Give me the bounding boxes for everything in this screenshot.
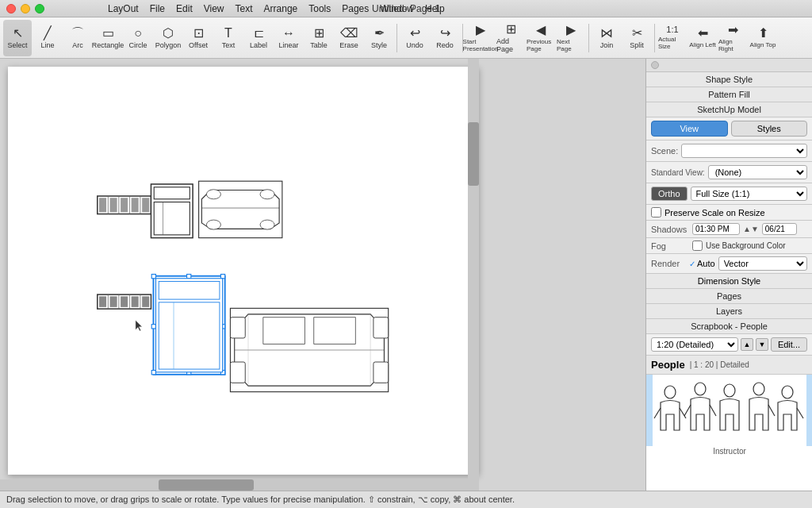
tool-polygon[interactable]: ⬡ Polygon (154, 20, 182, 56)
ortho-button[interactable]: Ortho (651, 187, 688, 201)
menu-pages[interactable]: Pages (342, 3, 369, 14)
actual-size-icon: 1:1 (666, 25, 678, 34)
tool-line[interactable]: ╱ Line (33, 20, 62, 56)
add-page-icon: ⊞ (506, 23, 516, 36)
statusbar: Drag selection to move, or drag grips to… (0, 491, 812, 508)
tool-erase[interactable]: ⌫ Erase (335, 20, 363, 56)
styles-btn[interactable]: Styles (731, 121, 808, 137)
tool-presentation-label: Start Presentation (463, 38, 499, 52)
shadows-time-input[interactable] (692, 223, 740, 235)
sketchup-model-row[interactable]: SketchUp Model (646, 102, 812, 117)
svg-rect-12 (154, 202, 190, 235)
render-row: Render ✓ Auto Vector (646, 254, 812, 274)
menu-edit[interactable]: Edit (176, 3, 193, 14)
shadows-date-input[interactable] (762, 223, 797, 235)
tool-prev-page[interactable]: ◀ Previous Page (527, 20, 555, 56)
canvas-area[interactable] (0, 59, 645, 491)
tool-label[interactable]: ⊏ Label (244, 20, 273, 56)
svg-line-59 (710, 405, 716, 416)
car-top-1 (199, 181, 282, 237)
menu-arrange[interactable]: Arrange (264, 3, 298, 14)
preserve-scale-checkbox[interactable] (651, 207, 661, 217)
fog-checkbox[interactable] (692, 241, 703, 251)
scrapbook-row[interactable]: Scrapbook - People (646, 319, 812, 334)
tool-split[interactable]: ✂ Split (622, 20, 651, 56)
svg-point-17 (206, 220, 220, 229)
line-icon: ╱ (44, 27, 52, 40)
tool-align-left[interactable]: ⬅ Align Left (688, 20, 717, 56)
svg-rect-49 (373, 318, 389, 338)
tool-align-right[interactable]: ➡ Align Right (718, 20, 747, 56)
tool-style[interactable]: ✒ Style (365, 20, 393, 56)
tool-start-presentation[interactable]: ▶ Start Presentation (466, 20, 495, 56)
car-top-2 (230, 308, 388, 391)
shape-style-row[interactable]: Shape Style (646, 72, 812, 87)
scale-down-arrow[interactable]: ▼ (756, 338, 768, 351)
render-auto-option[interactable]: ✓ Auto (689, 259, 715, 268)
tool-split-label: Split (630, 41, 644, 49)
right-panel: Shape Style Pattern Fill SketchUp Model … (645, 59, 812, 491)
selected-bed (151, 275, 224, 375)
svg-rect-43 (159, 282, 220, 300)
close-button[interactable] (6, 4, 16, 13)
tool-redo[interactable]: ↪ Redo (431, 20, 459, 56)
tool-circle-label: Circle (128, 41, 147, 49)
menu-file[interactable]: File (150, 3, 165, 14)
tool-select[interactable]: ↖ Select (3, 20, 32, 56)
scene-select[interactable] (681, 144, 807, 158)
tool-style-label: Style (371, 41, 387, 49)
tool-text[interactable]: T Text (214, 20, 243, 56)
svg-rect-65 (646, 375, 653, 446)
tool-offset[interactable]: ⊡ Offset (184, 20, 213, 56)
tool-join[interactable]: ⋈ Join (592, 20, 621, 56)
scale-up-arrow[interactable]: ▲ (741, 338, 753, 351)
canvas-svg (8, 67, 479, 475)
standard-view-select[interactable]: (None) (708, 165, 807, 179)
erase-icon: ⌫ (340, 27, 358, 40)
svg-rect-26 (110, 296, 117, 307)
tool-rect-label: Rectangle (92, 41, 124, 49)
dimension-style-row[interactable]: Dimension Style (646, 274, 812, 289)
svg-rect-29 (142, 296, 149, 307)
menu-layout[interactable]: LayOut (108, 3, 139, 14)
tool-table[interactable]: ⊞ Table (304, 20, 333, 56)
tool-align-top[interactable]: ⬆ Align Top (749, 20, 777, 56)
join-icon: ⋈ (600, 27, 613, 40)
horizontal-scrollbar[interactable] (0, 479, 479, 491)
edit-button[interactable]: Edit... (771, 337, 807, 352)
align-top-icon: ⬆ (758, 27, 768, 40)
full-size-select[interactable]: Full Size (1:1) (691, 187, 807, 201)
toolbar-separator-1 (396, 24, 397, 52)
tool-arc[interactable]: ⌒ Arc (63, 20, 92, 56)
tool-circle[interactable]: ○ Circle (124, 20, 152, 56)
render-select[interactable]: Vector (718, 256, 807, 271)
ortho-row: Ortho Full Size (1:1) (646, 183, 812, 205)
menu-tools[interactable]: Tools (308, 3, 331, 14)
view-btn[interactable]: View (651, 121, 728, 137)
layers-row[interactable]: Layers (646, 304, 812, 319)
vertical-scrollbar[interactable] (468, 59, 479, 479)
menu-view[interactable]: View (204, 3, 224, 14)
tool-linear[interactable]: ↔ Linear (274, 20, 303, 56)
scale-select[interactable]: 1:20 (Detailed) (651, 337, 738, 352)
preserve-scale-label: Preserve Scale on Resize (665, 208, 765, 217)
scale-row: 1:20 (Detailed) ▲ ▼ Edit... (646, 334, 812, 356)
traffic-lights (6, 4, 44, 13)
shadows-row: Shadows ▲▼ (646, 221, 812, 238)
scene-label: Scene: (651, 146, 678, 156)
menu-text[interactable]: Text (236, 3, 253, 14)
pattern-fill-row[interactable]: Pattern Fill (646, 87, 812, 102)
tool-actual-size[interactable]: 1:1 Actual Size (658, 20, 687, 56)
tool-undo[interactable]: ↩ Undo (400, 20, 429, 56)
minimize-button[interactable] (21, 4, 30, 13)
rectangle-icon: ▭ (102, 27, 114, 40)
scene-section: Scene: (646, 140, 812, 162)
tool-redo-label: Redo (436, 41, 454, 49)
pages-row[interactable]: Pages (646, 289, 812, 304)
canvas[interactable] (8, 67, 479, 475)
tool-rectangle[interactable]: ▭ Rectangle (94, 20, 122, 56)
tool-add-page[interactable]: ⊞ Add Page (496, 20, 525, 56)
prev-page-icon: ◀ (536, 24, 546, 37)
maximize-button[interactable] (35, 4, 44, 13)
tool-next-page[interactable]: ▶ Next Page (557, 20, 585, 56)
